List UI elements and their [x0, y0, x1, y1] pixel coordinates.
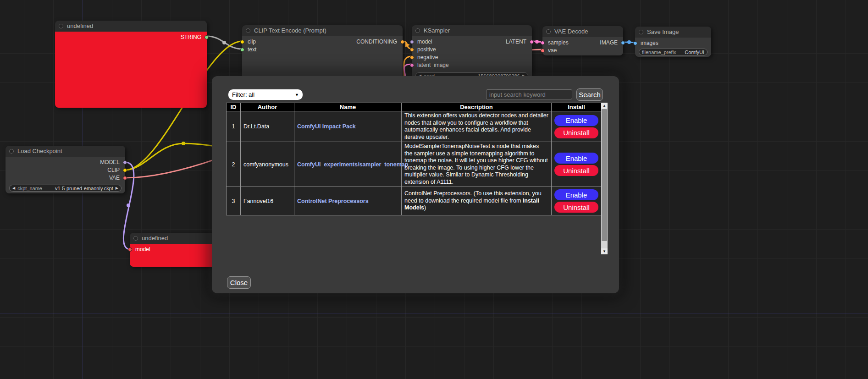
input-slot-latent-image[interactable] — [410, 63, 414, 67]
cell-name: ComfyUI_experiments/sampler_tonemap — [294, 142, 402, 187]
wire-clip-midpoint — [182, 142, 185, 145]
cell-description: ControlNet Preprocessors. (To use this e… — [402, 187, 552, 215]
uninstall-button[interactable]: Uninstall — [554, 127, 598, 138]
node-body: STRING — [55, 32, 207, 108]
node-undefined-top[interactable]: undefined STRING — [55, 21, 207, 108]
output-slot-clip[interactable] — [123, 168, 127, 172]
output-label-string: STRING — [181, 33, 201, 41]
input-slot-model[interactable] — [410, 40, 414, 44]
uninstall-button[interactable]: Uninstall — [554, 165, 598, 176]
table-scrollbar[interactable]: ▲ ▼ — [601, 103, 608, 254]
table-row: 3 Fannovel16 ControlNet Preprocessors Co… — [227, 187, 602, 215]
description-text: ModelSamplerTonemapNoiseTest a node that… — [404, 143, 548, 185]
table-row: 2 comfyanonymous ComfyUI_experiments/sam… — [227, 142, 602, 187]
collapse-dot[interactable] — [9, 149, 14, 154]
input-label-vae: vae — [548, 47, 557, 55]
header-description: Description — [402, 103, 552, 111]
ckpt-name-value: v1-5-pruned-emaonly.ckpt — [55, 186, 113, 191]
cell-id: 2 — [227, 142, 241, 187]
output-label-clip: CLIP — [107, 166, 120, 174]
input-slot-negative[interactable] — [410, 55, 414, 60]
scrollbar-thumb[interactable] — [602, 109, 607, 241]
ckpt-name-label: ckpt_name — [17, 186, 42, 191]
enable-button[interactable]: Enable — [554, 153, 598, 164]
collapse-dot[interactable] — [639, 30, 643, 34]
comfyui-canvas[interactable]: undefined STRING CLIP Text Encode (Promp… — [0, 0, 868, 379]
input-slot-positive[interactable] — [410, 48, 414, 52]
output-label-conditioning: CONDITIONING — [356, 38, 397, 46]
extension-table-container: ID Author Name Description Install 1 Dr.… — [226, 103, 608, 254]
input-slot-clip[interactable] — [240, 40, 244, 44]
node-title-bar[interactable]: CLIP Text Encode (Prompt) — [242, 25, 403, 36]
node-save-image[interactable]: Save Image images filename_prefix ComfyU… — [635, 27, 711, 57]
collapse-dot[interactable] — [546, 29, 551, 34]
collapse-dot[interactable] — [133, 236, 138, 241]
input-label-samples: samples — [548, 39, 569, 47]
input-slot-text[interactable] — [240, 48, 244, 52]
next-arrow-icon[interactable]: ▶ — [116, 186, 118, 190]
output-slot-string[interactable] — [205, 35, 209, 39]
node-title-bar[interactable]: VAE Decode — [542, 26, 623, 37]
filename-prefix-label: filename_prefix — [642, 49, 676, 55]
cell-author: comfyanonymous — [241, 142, 294, 187]
node-title-text: CLIP Text Encode (Prompt) — [254, 27, 326, 34]
description-text: This extension offers various detector n… — [404, 112, 548, 140]
filter-selected-value: Filter: all — [232, 91, 254, 98]
search-button[interactable]: Search — [576, 88, 603, 101]
cell-id: 3 — [227, 187, 241, 215]
input-label-text: text — [248, 46, 256, 54]
search-input[interactable] — [486, 89, 572, 99]
extension-link[interactable]: ComfyUI_experiments/sampler_tonemap — [297, 161, 408, 168]
scroll-down-icon[interactable]: ▼ — [601, 248, 608, 254]
input-slot-model[interactable] — [128, 247, 132, 252]
input-slot-samples[interactable] — [541, 41, 545, 45]
output-slot-conditioning[interactable] — [400, 40, 404, 44]
collapse-dot[interactable] — [246, 28, 250, 33]
enable-button[interactable]: Enable — [554, 189, 598, 200]
extension-manager-dialog: Filter: all ▼ Search ID Author Name Desc… — [212, 76, 619, 293]
node-title-text: KSampler — [424, 27, 450, 34]
wire-latent-midpoint — [535, 40, 539, 44]
ckpt-name-widget[interactable]: ◀ ckpt_name v1-5-pruned-emaonly.ckpt ▶ — [9, 185, 122, 192]
node-title-bar[interactable]: undefined — [55, 21, 207, 32]
node-title-bar[interactable]: KSampler — [412, 25, 532, 36]
description-text: ControlNet Preprocessors. (To use this e… — [404, 190, 542, 204]
collapse-dot[interactable] — [59, 24, 63, 28]
input-slot-images[interactable] — [633, 41, 637, 45]
header-name: Name — [294, 103, 402, 111]
close-button[interactable]: Close — [227, 276, 251, 289]
scroll-up-icon[interactable]: ▲ — [601, 103, 608, 109]
output-slot-model[interactable] — [123, 160, 127, 165]
previous-arrow-icon[interactable]: ◀ — [12, 186, 15, 190]
filename-prefix-widget[interactable]: filename_prefix ComfyUI — [639, 49, 708, 55]
node-title-text: Load Checkpoint — [17, 148, 62, 154]
output-slot-image[interactable] — [621, 41, 625, 45]
input-label-positive: positive — [417, 46, 436, 54]
cell-id: 1 — [227, 111, 241, 142]
node-title-bar[interactable]: Load Checkpoint — [6, 146, 125, 157]
collapse-dot[interactable] — [415, 28, 420, 33]
filter-dropdown[interactable]: Filter: all ▼ — [228, 89, 303, 100]
wire-string-midpoint — [222, 41, 226, 44]
node-body: samples IMAGE vae — [542, 37, 623, 55]
header-id: ID — [227, 103, 241, 111]
extension-table: ID Author Name Description Install 1 Dr.… — [226, 103, 602, 215]
wire-image-midpoint — [627, 40, 631, 44]
cell-name: ComfyUI Impact Pack — [294, 111, 402, 142]
node-title-text: undefined — [67, 22, 93, 29]
input-slot-vae[interactable] — [541, 49, 545, 53]
extension-link[interactable]: ComfyUI Impact Pack — [297, 123, 356, 130]
node-body: images filename_prefix ComfyUI — [635, 38, 711, 57]
node-load-checkpoint[interactable]: Load Checkpoint MODEL CLIP VAE ◀ ckpt_na… — [6, 146, 125, 193]
node-title-text: VAE Decode — [554, 28, 588, 35]
extension-link[interactable]: ControlNet Preprocessors — [297, 198, 369, 204]
input-label-images: images — [641, 39, 658, 47]
uninstall-button[interactable]: Uninstall — [554, 202, 598, 213]
output-label-model: MODEL — [100, 159, 120, 166]
node-vae-decode[interactable]: VAE Decode samples IMAGE vae — [542, 26, 623, 55]
input-label-latent-image: latent_image — [417, 61, 449, 69]
output-slot-vae[interactable] — [123, 176, 127, 180]
output-slot-latent[interactable] — [530, 40, 534, 44]
node-title-bar[interactable]: Save Image — [635, 27, 711, 38]
enable-button[interactable]: Enable — [554, 115, 598, 126]
